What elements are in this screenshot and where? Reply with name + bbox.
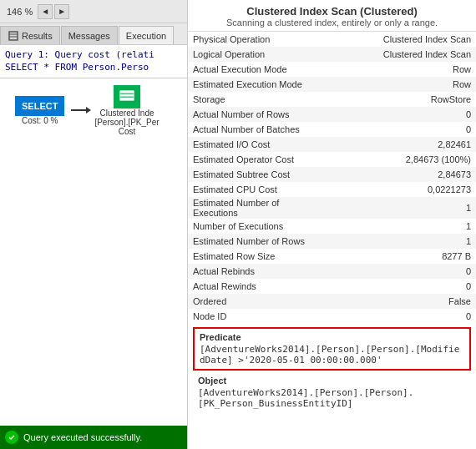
select-cost: Cost: 0 % [22, 116, 58, 125]
prop-value: Clustered Index Scan [322, 47, 476, 62]
table-row: Estimated I/O Cost2,82461 [188, 137, 476, 152]
prop-value: RowStore [322, 92, 476, 107]
select-label: SELECT [22, 101, 58, 111]
results-icon [8, 30, 19, 42]
prop-subtitle: Scanning a clustered index, entirely or … [195, 18, 469, 28]
prop-label: Node ID [188, 309, 322, 324]
prop-label: Actual Number of Rows [188, 107, 322, 122]
index-node: Clustered Inde [Person].[PK_Per Cost [94, 85, 159, 136]
table-row: Actual Rewinds0 [188, 279, 476, 294]
toolbar: 146 % ◄ ► [0, 0, 187, 23]
tab-execution[interactable]: Execution [119, 26, 174, 44]
tab-messages-label: Messages [68, 31, 110, 41]
table-row: Actual Number of Rows0 [188, 107, 476, 122]
tab-results[interactable]: Results [0, 26, 60, 44]
prop-value: 1 [322, 234, 476, 249]
prop-value: 0 [322, 122, 476, 137]
prop-value: 0 [322, 309, 476, 324]
left-panel: 146 % ◄ ► Results Messages Execution Que… [0, 0, 188, 449]
prop-label: Estimated Subtree Cost [188, 167, 322, 182]
tab-results-label: Results [22, 31, 53, 41]
tab-messages[interactable]: Messages [61, 26, 118, 44]
prop-label: Estimated I/O Cost [188, 137, 322, 152]
prop-label: Actual Rewinds [188, 279, 322, 294]
table-row: Logical OperationClustered Index Scan [188, 47, 476, 62]
prop-value: 2,84673 [322, 167, 476, 182]
zoom-in-button[interactable]: ◄ [38, 4, 53, 19]
tabs-bar: Results Messages Execution [0, 23, 187, 45]
prop-label: Actual Number of Batches [188, 122, 322, 137]
select-box: SELECT [15, 96, 64, 116]
properties-table[interactable]: Physical OperationClustered Index ScanLo… [188, 32, 476, 449]
status-success-icon [5, 431, 18, 444]
table-row: Actual Execution ModeRow [188, 62, 476, 77]
table-row: Estimated Number of Executions1 [188, 197, 476, 219]
prop-label: Estimated Number of Executions [188, 197, 322, 219]
tab-execution-label: Execution [126, 31, 166, 41]
right-panel: Clustered Index Scan (Clustered) Scannin… [188, 0, 476, 449]
object-label: Object [198, 376, 466, 386]
execution-area: SELECT Cost: 0 % [0, 78, 187, 426]
zoom-out-button[interactable]: ► [54, 4, 69, 19]
properties-header: Clustered Index Scan (Clustered) Scannin… [188, 0, 476, 32]
table-row: Estimated Row Size8277 B [188, 249, 476, 264]
prop-label: Logical Operation [188, 47, 322, 62]
table-row: Estimated Subtree Cost2,84673 [188, 167, 476, 182]
prop-label: Number of Executions [188, 219, 322, 234]
query-line2: SELECT * FROM Person.Perso [5, 61, 182, 73]
prop-value: 1 [322, 219, 476, 234]
zoom-display: 146 % [3, 7, 36, 17]
prop-label: Physical Operation [188, 32, 322, 47]
prop-label: Ordered [188, 294, 322, 309]
prop-label: Actual Rebinds [188, 264, 322, 279]
prop-label: Storage [188, 92, 322, 107]
prop-label: Estimated Number of Rows [188, 234, 322, 249]
table-row: StorageRowStore [188, 92, 476, 107]
table-row: Actual Number of Batches0 [188, 122, 476, 137]
prop-label: Estimated Row Size [188, 249, 322, 264]
svg-rect-4 [120, 94, 134, 97]
prop-label: Actual Execution Mode [188, 62, 322, 77]
main-container: 146 % ◄ ► Results Messages Execution Que… [0, 0, 476, 449]
arrow-line [71, 109, 88, 111]
prop-value: 0 [322, 279, 476, 294]
predicate-value: [AdventureWorks2014].[Person].[Person].[… [200, 344, 464, 366]
table-row: Physical OperationClustered Index Scan [188, 32, 476, 47]
object-section: Object [AdventureWorks2014].[Person].[Pe… [193, 374, 471, 411]
plan-items: SELECT Cost: 0 % [15, 85, 180, 136]
prop-value: 8277 B [322, 249, 476, 264]
status-text: Query executed successfully. [23, 432, 142, 442]
table-row: OrderedFalse [188, 294, 476, 309]
table-row: Actual Rebinds0 [188, 264, 476, 279]
object-value: [AdventureWorks2014].[Person].[Person]. … [198, 387, 466, 409]
svg-rect-0 [9, 32, 18, 40]
prop-value: 1 [322, 197, 476, 219]
prop-value: False [322, 294, 476, 309]
query-line1: Query 1: Query cost (relati [5, 48, 182, 61]
prop-value: 0,0221273 [322, 182, 476, 197]
index-icon [114, 85, 140, 108]
prop-value: Clustered Index Scan [322, 32, 476, 47]
prop-label: Estimated CPU Cost [188, 182, 322, 197]
table-row: Estimated CPU Cost0,0221273 [188, 182, 476, 197]
properties-data-table: Physical OperationClustered Index ScanLo… [188, 32, 476, 324]
table-row: Node ID0 [188, 309, 476, 324]
prop-label: Estimated Operator Cost [188, 152, 322, 167]
prop-value: Row [322, 62, 476, 77]
prop-label: Estimated Execution Mode [188, 77, 322, 92]
table-row: Number of Executions1 [188, 219, 476, 234]
index-label: Clustered Inde [Person].[PK_Per Cost [94, 108, 159, 136]
prop-value: 0 [322, 264, 476, 279]
prop-value: 2,82461 [322, 137, 476, 152]
table-row: Estimated Execution ModeRow [188, 77, 476, 92]
select-node: SELECT Cost: 0 % [15, 96, 64, 125]
execution-plan-row: SELECT Cost: 0 % [0, 78, 187, 143]
predicate-label: Predicate [200, 332, 464, 342]
prop-value: 2,84673 (100%) [322, 152, 476, 167]
table-row: Estimated Operator Cost2,84673 (100%) [188, 152, 476, 167]
query-text: Query 1: Query cost (relati SELECT * FRO… [0, 45, 187, 78]
status-bar: Query executed successfully. [0, 426, 187, 449]
prop-value: Row [322, 77, 476, 92]
table-row: Estimated Number of Rows1 [188, 234, 476, 249]
prop-value: 0 [322, 107, 476, 122]
